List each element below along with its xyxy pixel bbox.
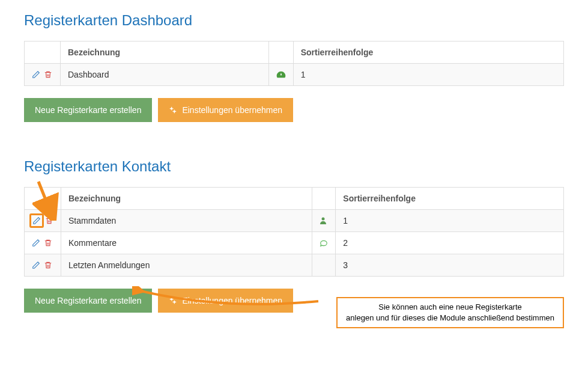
- comment-icon: [320, 239, 328, 247]
- row-icon-empty: [312, 254, 336, 277]
- svg-point-5: [174, 301, 176, 304]
- create-button[interactable]: Neue Registerkarte erstellen: [24, 98, 152, 122]
- column-header-actions: [25, 188, 61, 210]
- callout-line2: anlegen und für dieses die Module anschl…: [346, 313, 554, 323]
- table-row: Kommentare 2: [25, 232, 564, 254]
- apply-button[interactable]: Einstellungen übernehmen: [158, 289, 293, 313]
- column-header-icon: [268, 41, 293, 64]
- row-sort: 1: [336, 210, 564, 232]
- dashboard-icon: [276, 70, 286, 79]
- row-name: Letzten Anmeldungen: [61, 254, 312, 277]
- section-title: Registerkarten Kontakt: [24, 158, 564, 175]
- section-title: Registerkarten Dashboard: [24, 12, 564, 29]
- edit-icon[interactable]: [32, 70, 40, 79]
- edit-icon[interactable]: [32, 239, 40, 247]
- edit-icon[interactable]: [29, 213, 44, 228]
- delete-icon[interactable]: [44, 239, 52, 247]
- row-name: Kommentare: [61, 232, 312, 254]
- row-name: Stammdaten: [61, 210, 312, 232]
- section-kontakt: Registerkarten Kontakt Bezeichnung Sorti…: [24, 158, 564, 313]
- column-header-name: Bezeichnung: [61, 41, 269, 64]
- user-icon: [320, 216, 328, 225]
- row-sort: 3: [336, 254, 564, 277]
- column-header-actions: [25, 41, 61, 64]
- column-header-sort: Sortierreihenfolge: [336, 188, 564, 210]
- gears-icon: [169, 106, 177, 114]
- section-dashboard: Registerkarten Dashboard Bezeichnung Sor…: [24, 12, 564, 122]
- svg-point-0: [171, 108, 173, 110]
- svg-point-4: [171, 298, 173, 301]
- row-sort: 2: [336, 232, 564, 254]
- create-button[interactable]: Neue Registerkarte erstellen: [24, 289, 152, 313]
- table-row: Dashboard 1: [25, 64, 564, 86]
- registerkarten-table: Bezeichnung Sortierreihenfolge: [24, 187, 564, 277]
- delete-icon[interactable]: [44, 261, 52, 269]
- callout-line1: Sie können auch eine neue Registerkarte: [346, 302, 554, 313]
- row-sort: 1: [293, 64, 563, 86]
- column-header-sort: Sortierreihenfolge: [293, 41, 563, 64]
- delete-icon[interactable]: [45, 216, 53, 225]
- table-row: Letzten Anmeldungen 3: [25, 254, 564, 277]
- column-header-name: Bezeichnung: [61, 188, 312, 210]
- annotation-callout: Sie können auch eine neue Registerkarte …: [336, 297, 564, 328]
- gears-icon: [169, 296, 177, 305]
- table-row: Stammdaten 1: [25, 210, 564, 232]
- registerkarten-table: Bezeichnung Sortierreihenfolge: [24, 41, 564, 86]
- edit-icon[interactable]: [32, 261, 40, 269]
- svg-point-3: [322, 218, 325, 221]
- svg-point-1: [174, 111, 176, 113]
- column-header-icon: [312, 188, 336, 210]
- apply-button[interactable]: Einstellungen übernehmen: [158, 98, 293, 122]
- row-name: Dashboard: [61, 64, 269, 86]
- delete-icon[interactable]: [44, 70, 52, 79]
